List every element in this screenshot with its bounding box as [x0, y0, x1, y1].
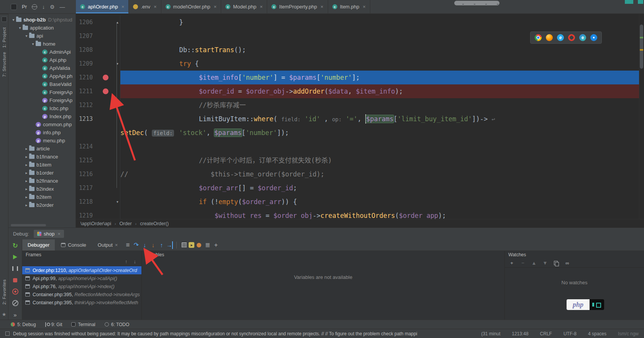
tool-button-2-favorites[interactable]: 2: Favorites [2, 279, 7, 305]
editor-line[interactable]: 1208 Db::startTrans(); [76, 43, 644, 57]
move-down-icon[interactable]: ▼ [542, 260, 548, 266]
stack-frame-row[interactable]: Api.php:76, app\api\home\Api->index() [22, 282, 141, 290]
show-watches-icon[interactable]: ∞ [564, 260, 570, 266]
force-step-into-icon[interactable] [149, 241, 157, 249]
tab-api-order-php[interactable]: capi\Order.php× [76, 0, 129, 13]
fold-down-icon[interactable]: ▾ [116, 195, 119, 209]
step-out-icon[interactable] [158, 241, 165, 249]
tree-item-shop-b2b[interactable]: ▾shop-b2bD:\phpstud [8, 16, 76, 24]
status-widget[interactable]: 4 spaces [588, 331, 606, 336]
horizontal-scrollbar[interactable] [11, 224, 46, 226]
debug-tab-output[interactable]: Output× [92, 239, 123, 251]
layout-menu-icon[interactable] [124, 241, 131, 249]
code-text[interactable]: $order_id = $order_obj->addOrder($data, … [120, 84, 644, 98]
close-icon[interactable]: × [58, 231, 61, 237]
status-widget[interactable]: (31 minut [481, 331, 500, 336]
tree-item-foreignap[interactable]: cForeignAp [8, 88, 76, 96]
app-icon[interactable] [11, 4, 17, 10]
settings-gear-icon[interactable]: ⚙ [50, 4, 55, 10]
tab-env[interactable]: .env× [129, 0, 161, 13]
editor-line[interactable]: 1213 LimitBuyItem::where( field: 'id' , … [76, 112, 644, 126]
chrome-icon[interactable] [535, 34, 542, 41]
code-text[interactable]: LimitBuyItem::where( field: 'id' , op: '… [120, 112, 644, 126]
editor-line[interactable]: 1212 //秒杀库存减一 [76, 98, 644, 112]
stop-listening-icon[interactable] [195, 241, 203, 249]
step-into-icon[interactable] [141, 241, 148, 249]
tree-item-b1item[interactable]: ▸b1item [8, 161, 76, 169]
tab-close-icon[interactable]: × [154, 4, 157, 10]
remove-watch-icon[interactable]: − [520, 260, 526, 266]
opera-icon[interactable] [568, 34, 575, 41]
step-over-icon[interactable] [132, 241, 140, 249]
status-widget[interactable]: CRLF [540, 331, 552, 336]
tree-item-b1finance[interactable]: ▸b1finance [8, 153, 76, 161]
code-text[interactable]: $without_res = $order_obj->createWithout… [120, 209, 644, 219]
stack-frame-row[interactable]: Container.php:395, ReflectionMethod->inv… [22, 290, 141, 298]
code-text[interactable]: //秒杀库存减一 [120, 98, 644, 112]
tab-close-icon[interactable]: × [122, 4, 125, 10]
tree-right-arrow-icon[interactable]: ▸ [24, 179, 29, 183]
debug-tab-console[interactable]: Console [56, 239, 92, 251]
code-text[interactable]: $item_info['number'] = $params['number']… [120, 71, 644, 84]
code-text[interactable]: } [120, 15, 644, 29]
statusbar-9-git[interactable]: 9: Git [45, 322, 62, 327]
minimize-icon[interactable]: — [60, 4, 65, 10]
favorites-star-icon[interactable]: ★ [2, 312, 7, 317]
duplicate-icon[interactable] [553, 261, 559, 265]
tree-item-b2finance[interactable]: ▸b2finance [8, 177, 76, 185]
stack-frame-row[interactable]: Container.php:395, think\App->invokeRefl… [22, 298, 141, 307]
tree-right-arrow-icon[interactable]: ▸ [24, 195, 29, 199]
tree-item-article[interactable]: ▸article [8, 145, 76, 153]
breadcrumb-item[interactable]: \app\Order\api [80, 221, 111, 226]
editor-line[interactable]: 1214 [76, 140, 644, 153]
tree-item-common-php[interactable]: pcommon.php [8, 120, 76, 129]
tree-item-application[interactable]: ▾application [8, 24, 76, 32]
run-to-cursor-icon[interactable] [166, 241, 173, 249]
globe-icon[interactable] [32, 4, 37, 10]
add-watch-icon[interactable] [212, 241, 220, 249]
tree-item-b2order[interactable]: ▸b2order [8, 201, 76, 209]
tab-close-icon[interactable]: × [363, 4, 366, 10]
evaluate-expression-icon[interactable] [180, 241, 188, 249]
tree-right-arrow-icon[interactable]: ▸ [24, 171, 29, 175]
code-text[interactable] [120, 140, 644, 153]
tree-item-home[interactable]: ▾home [8, 40, 76, 48]
frame-down-icon[interactable]: ↓ [134, 259, 136, 266]
status-widget[interactable]: 1213:48 [512, 331, 528, 336]
code-editor[interactable]: 1206▴ }12071208 Db::startTrans();1209▾ t… [76, 14, 644, 219]
stop-icon[interactable] [12, 276, 19, 284]
tree-item-api-php[interactable]: cApi.php [8, 56, 76, 64]
tool-button-7-structure[interactable]: 7: Structure [2, 52, 7, 77]
view-breakpoints-icon[interactable] [12, 288, 19, 295]
breakpoint-icon[interactable] [103, 75, 108, 81]
tree-right-arrow-icon[interactable]: ▸ [24, 163, 29, 167]
tab-close-icon[interactable]: × [320, 4, 324, 10]
editor-line[interactable]: 1219 $without_res = $order_obj->createWi… [76, 209, 644, 219]
firefox-icon[interactable] [546, 34, 553, 41]
threads-view-icon[interactable] [204, 241, 211, 249]
statusbar-5-debug[interactable]: 5: Debug [11, 322, 36, 327]
status-widget[interactable]: Ism/c ngw [618, 331, 639, 336]
tab-model-order-php[interactable]: cmodel\Order.php× [161, 0, 221, 13]
tab-close-icon[interactable]: × [115, 242, 118, 248]
more-icon[interactable] [12, 311, 19, 318]
tab-close-icon[interactable]: × [214, 4, 217, 10]
tree-right-arrow-icon[interactable]: ▸ [24, 155, 29, 159]
project-tool-icon[interactable] [2, 16, 7, 22]
tree-item-b1order[interactable]: ▸b1order [8, 169, 76, 177]
tree-item-api[interactable]: ▾api [8, 32, 76, 40]
add-watch-plus-icon[interactable]: + [509, 260, 515, 266]
statusbar-terminal[interactable]: Terminal [71, 322, 95, 327]
breakpoint-icon[interactable] [103, 89, 108, 94]
tree-right-arrow-icon[interactable]: ▸ [24, 147, 29, 151]
code-text[interactable]: $order_arr[] = $order_id; [120, 181, 644, 195]
tree-item-info-php[interactable]: pinfo.php [8, 129, 76, 137]
tool-button-1-project[interactable]: 1: Project [2, 27, 7, 48]
editor-line[interactable]: 1216// $this->time_order($order_id); [76, 167, 644, 181]
code-text[interactable]: Db::startTrans(); [120, 43, 644, 57]
tree-item-index-php[interactable]: pIndex.php [8, 112, 76, 120]
mute-breakpoints-icon[interactable] [12, 299, 19, 307]
move-up-icon[interactable]: ▲ [531, 260, 537, 266]
code-text[interactable]: setDec( field: 'stock', $params['number'… [120, 126, 644, 140]
tab-close-icon[interactable]: × [260, 4, 263, 10]
